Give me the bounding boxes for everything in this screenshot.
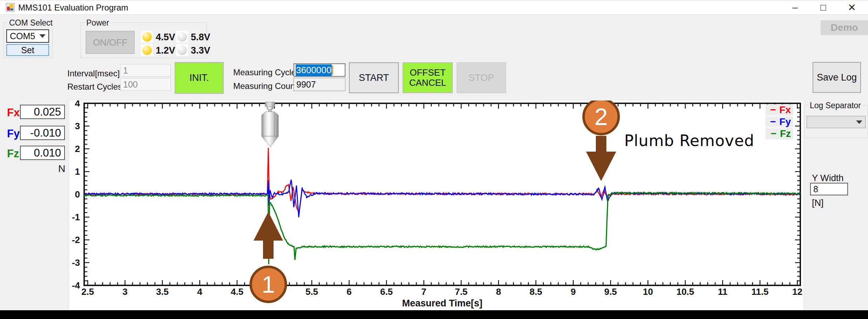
- legend-label: Fx: [779, 104, 791, 116]
- log-separator-group-label: Log Separator: [808, 101, 863, 110]
- svg-text:3: 3: [75, 121, 80, 131]
- rail-4v5-label: 4.5V: [156, 32, 175, 43]
- svg-text:9.5: 9.5: [604, 286, 617, 297]
- fx-label: Fx: [7, 106, 20, 119]
- svg-text:2.5: 2.5: [81, 286, 94, 297]
- legend-item-fx: −Fx: [766, 104, 793, 116]
- svg-text:8.5: 8.5: [530, 286, 542, 297]
- legend-item-fz: −Fz: [766, 128, 793, 139]
- svg-text:4: 4: [197, 286, 202, 297]
- measuring-cycles-input[interactable]: 3600000: [294, 63, 345, 77]
- measuring-cycles-value: 3600000: [296, 64, 332, 76]
- minimize-button[interactable]: –: [784, 0, 806, 14]
- force-chart: 2.533.544.555.566.577.588.599.51010.5111…: [69, 100, 803, 310]
- force-unit-label: N: [58, 163, 65, 174]
- com-select-group-label: COM Select: [7, 18, 54, 28]
- chart-panel: 2.533.544.555.566.577.588.599.51010.5111…: [69, 100, 803, 310]
- svg-text:5.5: 5.5: [305, 286, 318, 297]
- text-caret: [332, 65, 333, 75]
- legend-item-fy: −Fy: [766, 116, 793, 127]
- trace-fy: [84, 180, 801, 217]
- svg-text:-1: -1: [72, 212, 80, 222]
- svg-text:11.5: 11.5: [751, 286, 768, 297]
- trace-fx: [84, 148, 801, 214]
- svg-text:6.5: 6.5: [380, 286, 393, 297]
- com-port-dropdown[interactable]: COM5: [6, 29, 49, 43]
- y-width-label: Y Width: [812, 173, 844, 183]
- svg-text:3: 3: [122, 286, 127, 297]
- legend-dash-icon: −: [770, 116, 776, 127]
- svg-text:-3: -3: [72, 257, 80, 268]
- svg-text:4: 4: [75, 100, 80, 109]
- window-title: MMS101 Evaluation Program: [18, 3, 128, 13]
- rail-3v3-label: 3.3V: [191, 45, 210, 56]
- arrow-down-icon: [586, 136, 616, 181]
- badge-2-number: 2: [594, 103, 608, 130]
- bottom-black-bar: [0, 310, 868, 319]
- start-button[interactable]: START: [349, 62, 399, 93]
- chevron-down-icon: [856, 120, 862, 124]
- power-group-label: Power: [85, 18, 111, 28]
- svg-text:-2: -2: [72, 235, 80, 245]
- fy-label: Fy: [7, 127, 20, 140]
- svg-text:6: 6: [346, 286, 351, 297]
- svg-text:-4: -4: [72, 280, 80, 291]
- svg-text:4.5: 4.5: [231, 286, 243, 297]
- restart-cycles-label: Restart Cycles: [67, 82, 122, 92]
- badge-1-number: 1: [262, 271, 275, 298]
- legend-label: Fz: [780, 128, 791, 139]
- svg-text:8: 8: [496, 286, 501, 297]
- plumb-bob-image: [262, 102, 278, 147]
- y-width-unit-label: [N]: [812, 197, 823, 208]
- rail-5v8-label: 5.8V: [191, 32, 210, 43]
- svg-text:10: 10: [643, 286, 653, 297]
- save-log-button[interactable]: Save Log: [813, 62, 861, 93]
- chart-legend: −Fx−Fy−Fz: [766, 104, 793, 139]
- plumb-removed-label: Plumb Removed: [624, 132, 754, 150]
- fy-value-field[interactable]: -0.010: [20, 126, 65, 140]
- y-width-input[interactable]: [810, 183, 848, 195]
- led-1v2-icon: [141, 44, 153, 56]
- power-onoff-button[interactable]: ON/OFF: [86, 31, 135, 54]
- fz-label: Fz: [7, 147, 19, 160]
- close-button[interactable]: ✕: [841, 0, 863, 14]
- com-port-value: COM5: [10, 31, 35, 41]
- app-icon: [6, 3, 15, 12]
- svg-text:0: 0: [75, 189, 80, 200]
- restart-cycles-input[interactable]: [120, 78, 171, 91]
- app-window: MMS101 Evaluation Program – □ ✕ COM Sele…: [0, 0, 868, 311]
- init-button[interactable]: INIT.: [175, 62, 224, 94]
- legend-dash-icon: −: [771, 128, 776, 139]
- fz-value-field[interactable]: 0.010: [20, 146, 65, 160]
- legend-label: Fy: [779, 116, 791, 127]
- svg-text:7.5: 7.5: [455, 286, 467, 297]
- measuring-cycles-label: Measuring Cycles: [233, 68, 300, 77]
- svg-text:12: 12: [792, 286, 802, 297]
- led-5v8-icon: [176, 31, 188, 43]
- svg-text:2: 2: [75, 144, 80, 154]
- led-3v3-icon: [176, 44, 188, 56]
- svg-text:9: 9: [571, 286, 576, 297]
- trace-fz: [84, 192, 801, 264]
- fx-value-field[interactable]: 0.025: [20, 105, 65, 119]
- interval-input[interactable]: [120, 64, 171, 77]
- demo-button[interactable]: Demo: [821, 20, 868, 35]
- svg-text:10.5: 10.5: [677, 286, 694, 297]
- measuring-count-field[interactable]: 9907: [294, 78, 345, 91]
- measuring-count-label: Measuring Count: [233, 81, 297, 91]
- arrow-up-icon: [254, 212, 283, 259]
- svg-text:1: 1: [75, 166, 80, 177]
- led-4v5-icon: [141, 31, 153, 43]
- log-separator-dropdown[interactable]: [807, 116, 866, 128]
- legend-dash-icon: −: [770, 104, 776, 116]
- stop-button[interactable]: STOP: [457, 62, 506, 93]
- maximize-button[interactable]: □: [812, 0, 834, 14]
- offset-cancel-button[interactable]: OFFSET CANCEL: [403, 62, 453, 93]
- svg-text:11: 11: [718, 286, 728, 297]
- chart-traces: [84, 148, 801, 264]
- interval-label: Interval[msec]: [67, 69, 120, 78]
- rail-1v2-label: 1.2V: [156, 45, 175, 56]
- x-axis-title: Measured Time[s]: [402, 298, 482, 308]
- title-bar: MMS101 Evaluation Program – □ ✕: [0, 0, 868, 15]
- set-button[interactable]: Set: [6, 44, 49, 56]
